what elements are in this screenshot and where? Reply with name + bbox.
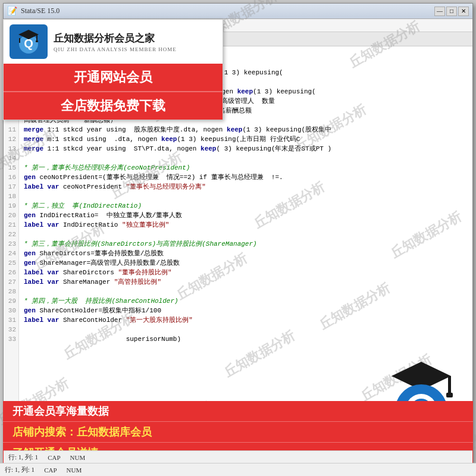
status-cap: CAP <box>48 454 60 461</box>
svg-rect-7 <box>448 376 451 393</box>
code-line: merge m:1 stkcd using .dta, nogen keep(1… <box>24 134 468 144</box>
minimize-button[interactable]: — <box>434 7 445 16</box>
line-num: 26 <box>6 268 16 277</box>
code-line: label var ceoNotPresident "董事长与总经理职务分离" <box>24 182 468 192</box>
code-line: label var ShareContHolder "第一大股东持股比例" <box>24 315 468 325</box>
code-line: label var ShareDirctors "董事会持股比例" <box>24 268 468 277</box>
line-num: 20 <box>6 211 16 220</box>
line-num: 30 <box>6 306 16 315</box>
promo-top-banner: Q 丘知数据分析会员之家 QIU ZHI DATA ANALYSIS MEMBE… <box>3 19 223 120</box>
line-num: 25 <box>6 258 16 268</box>
line-num: 32 <box>6 325 16 334</box>
line-num: 19 <box>6 201 16 211</box>
bottom-status-bar: 行: 1, 列: 1 CAP NUM <box>0 463 476 476</box>
logo-box: Q <box>10 24 48 59</box>
promo-title-block: 丘知数据分析会员之家 QIU ZHI DATA ANALYSIS MEMBER … <box>54 32 177 52</box>
code-line: * 第二，独立 事(IndDirectRatio) <box>24 201 468 211</box>
code-line: superisorNumb) <box>24 334 468 344</box>
line-num: 18 <box>6 192 16 201</box>
code-line <box>24 230 468 239</box>
status-num: NUM <box>70 454 86 461</box>
code-line: label var IndDirectRatio "独立董事比例" <box>24 220 468 230</box>
line-num: 24 <box>6 249 16 258</box>
code-line: gen ShareContHolder=股权集中指标1/100 <box>24 306 468 315</box>
window-icon: 📝 <box>7 6 17 16</box>
code-line: label var ShareManager "高管持股比例" <box>24 277 468 287</box>
code-line <box>24 287 468 296</box>
logo-svg: Q <box>14 27 43 56</box>
window-title: Stata/SE 15.0 <box>21 7 60 15</box>
code-line: merge 1:1 stkcd year using ST\PT.dta, no… <box>24 144 468 154</box>
window-controls: — □ ✕ <box>434 7 469 16</box>
line-num: 17 <box>6 182 16 192</box>
line-num: 16 <box>6 173 16 182</box>
title-bar: 📝 Stata/SE 15.0 — □ ✕ <box>4 4 472 19</box>
svg-rect-8 <box>446 393 453 397</box>
promo-header: Q 丘知数据分析会员之家 QIU ZHI DATA ANALYSIS MEMBE… <box>4 20 223 64</box>
promo-cn-title: 丘知数据分析会员之家 <box>54 32 177 45</box>
code-line: gen ShareManager=高级管理人员持股数量/总股数 <box>24 258 468 268</box>
promo-btn1[interactable]: 开通网站会员 <box>4 64 223 91</box>
close-button[interactable]: ✕ <box>458 7 469 16</box>
code-line <box>24 154 468 163</box>
status-cap-main: CAP <box>44 466 57 474</box>
line-num: 14 <box>6 154 16 163</box>
code-line: merge 1:1 stkcd year using 股东股权集中度.dta, … <box>24 125 468 134</box>
status-num-main: NUM <box>67 466 82 474</box>
line-num: 12 <box>6 134 16 144</box>
line-num: 22 <box>6 230 16 239</box>
status-row-col: 行: 1, 列: 1 <box>8 453 38 462</box>
code-line <box>24 325 468 334</box>
line-num: 23 <box>6 239 16 249</box>
code-line <box>24 192 468 201</box>
promo-bottom-line2: 店铺内搜索：丘知数据库会员 <box>3 422 473 443</box>
line-num: 11 <box>6 125 16 134</box>
line-num: 28 <box>6 287 16 296</box>
code-line: * 第一，董事长与总经理职务分离(ceoNotPresident) <box>24 163 468 173</box>
promo-btn2[interactable]: 全店数据免费下载 <box>4 91 223 120</box>
svg-rect-3 <box>36 35 37 40</box>
code-line: gen IndDirectRatio= 中独立董事人数/董事人数 <box>24 211 468 220</box>
title-bar-left: 📝 Stata/SE 15.0 <box>7 6 60 16</box>
line-num: 13 <box>6 144 16 154</box>
promo-bottom-line1: 开通会员享海量数据 <box>3 401 473 422</box>
line-num: 15 <box>6 163 16 173</box>
code-line: gen ceoNotPresident=(董事长与总经理兼 情况==2) if … <box>24 173 468 182</box>
line-num: 31 <box>6 315 16 325</box>
promo-en-title: QIU ZHI DATA ANALYSIS MEMBER HOME <box>54 46 177 52</box>
svg-rect-5 <box>19 38 20 43</box>
code-line: gen ShareDirctors=董事会持股数量/总股数 <box>24 249 468 258</box>
maximize-button[interactable]: □ <box>446 7 457 16</box>
code-line: * 第四，第一大股 持股比例(ShareContHolder) <box>24 296 468 306</box>
status-row-col-main: 行: 1, 列: 1 <box>5 465 35 474</box>
line-num: 29 <box>6 296 16 306</box>
line-num: 27 <box>6 277 16 287</box>
svg-rect-4 <box>36 40 38 42</box>
code-line: * 第三，董事会持股比例(ShareDirctors)与高管持股比例(Share… <box>24 239 468 249</box>
status-bar: 行: 1, 列: 1 CAP NUM <box>4 450 472 464</box>
line-num: 33 <box>6 334 16 344</box>
line-num: 21 <box>6 220 16 230</box>
